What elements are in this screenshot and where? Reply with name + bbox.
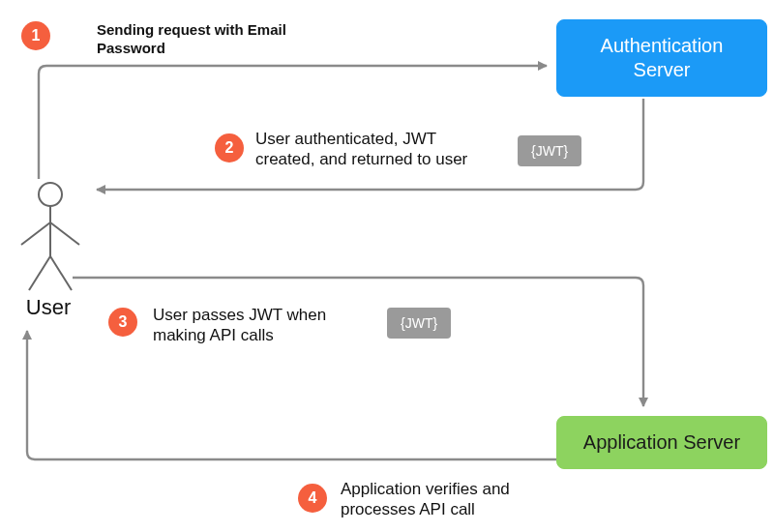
jwt-token-2: {JWT} [387, 308, 451, 339]
user-label: User [10, 295, 87, 320]
auth-server-label: Authentication Server [575, 34, 749, 82]
user-icon [12, 179, 89, 295]
svg-line-5 [50, 256, 72, 290]
svg-line-3 [50, 222, 79, 245]
step-badge-4: 4 [298, 484, 327, 513]
app-server-label: Application Server [575, 430, 749, 455]
step-badge-2: 2 [215, 133, 244, 163]
step-caption-3: User passes JWT when making API calls [153, 305, 366, 346]
step-caption-4: Application verifies and processes API c… [341, 479, 553, 520]
jwt-auth-flow-diagram: Authentication Server Application Server… [0, 0, 774, 532]
step-caption-2: User authenticated, JWT created, and ret… [255, 129, 488, 170]
jwt-token-1: {JWT} [518, 135, 581, 166]
step-badge-3: 3 [108, 308, 137, 337]
auth-server-box: Authentication Server [556, 19, 767, 97]
step-badge-1: 1 [21, 21, 50, 50]
app-server-box: Application Server [556, 416, 767, 469]
svg-line-4 [29, 256, 50, 290]
svg-point-0 [39, 183, 62, 206]
svg-line-2 [21, 222, 50, 245]
step-caption-1: Sending request with Email Password [97, 21, 290, 58]
